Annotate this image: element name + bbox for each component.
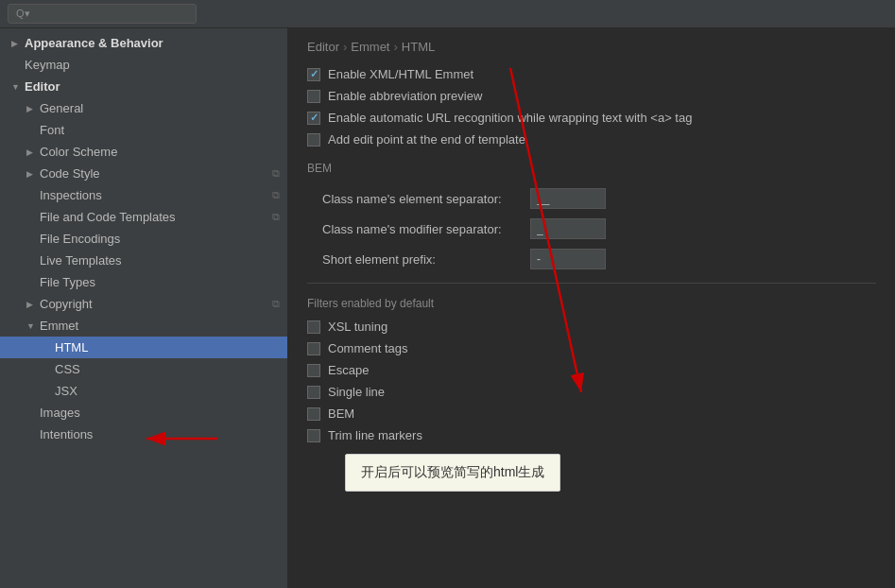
sidebar: Appearance & BehaviorKeymapEditorGeneral…	[0, 28, 288, 588]
sidebar-item-intentions[interactable]: Intentions	[0, 424, 287, 445]
sidebar-label-livetemplates: Live Templates	[40, 253, 121, 268]
sidebar-item-images[interactable]: Images	[0, 402, 287, 424]
sidebar-item-codestyle[interactable]: Code Style⧉	[0, 163, 287, 184]
filter-checkbox-bem[interactable]	[307, 407, 320, 421]
filters-label: Filters enabled by default	[307, 297, 876, 310]
option-label-enable-url: Enable automatic URL recognition while w…	[328, 111, 692, 125]
filter-checkbox-xsl-tuning[interactable]	[307, 320, 320, 334]
field-row-element-sep: Class name's element separator:	[307, 188, 876, 209]
breadcrumb-html: HTML	[402, 40, 435, 54]
filter-checkbox-single-line[interactable]	[307, 386, 320, 399]
content-panel: Editor › Emmet › HTML Enable XML/HTML Em…	[288, 28, 895, 588]
checkbox-enable-abbr[interactable]	[307, 90, 320, 103]
sidebar-item-emmet[interactable]: Emmet	[0, 315, 287, 337]
sidebar-label-html: HTML	[55, 340, 88, 355]
filter-row-xsl-tuning: XSL tuning	[307, 320, 876, 334]
filter-label-single-line: Single line	[328, 385, 385, 399]
sidebar-item-general[interactable]: General	[0, 97, 287, 119]
breadcrumb-editor: Editor	[307, 40, 339, 54]
filter-checkbox-comment-tags[interactable]	[307, 342, 320, 355]
sidebar-label-emmet: Emmet	[40, 319, 78, 333]
filter-label-comment-tags: Comment tags	[328, 341, 408, 355]
sidebar-item-jsx[interactable]: JSX	[0, 380, 287, 402]
breadcrumb-sep-2: ›	[393, 40, 397, 54]
sidebar-label-keymap: Keymap	[25, 58, 70, 72]
callout: 开启后可以预览简写的html生成	[345, 454, 560, 492]
field-label-element-sep: Class name's element separator:	[322, 192, 530, 206]
sidebar-item-font[interactable]: Font	[0, 119, 287, 141]
sidebar-item-fileandcode[interactable]: File and Code Templates⧉	[0, 206, 287, 228]
field-input-modifier-sep[interactable]	[530, 218, 606, 239]
sidebar-item-keymap[interactable]: Keymap	[0, 54, 287, 76]
copy-icon-copyright: ⧉	[272, 298, 280, 310]
field-row-short-prefix: Short element prefix:	[307, 249, 876, 269]
sidebar-label-appearance: Appearance & Behavior	[25, 36, 164, 50]
filter-checkbox-escape[interactable]	[307, 364, 320, 377]
sidebar-item-livetemplates[interactable]: Live Templates	[0, 250, 287, 271]
sidebar-label-copyright: Copyright	[40, 297, 93, 311]
sidebar-label-fileencodings: File Encodings	[40, 232, 120, 246]
sidebar-label-codestyle: Code Style	[40, 166, 100, 181]
sidebar-label-filetypes: File Types	[40, 275, 95, 289]
triangle-colorscheme	[26, 147, 36, 157]
sidebar-item-html[interactable]: HTML	[0, 337, 287, 358]
filter-label-escape: Escape	[328, 363, 369, 377]
sidebar-label-jsx: JSX	[55, 384, 77, 398]
field-input-element-sep[interactable]	[530, 188, 606, 209]
checkbox-enable-xml[interactable]	[307, 68, 320, 81]
triangle-editor	[11, 82, 21, 92]
filter-row-bem: BEM	[307, 406, 876, 421]
sidebar-item-appearance[interactable]: Appearance & Behavior	[0, 32, 287, 54]
field-label-short-prefix: Short element prefix:	[322, 252, 530, 267]
sidebar-item-editor[interactable]: Editor	[0, 76, 287, 97]
filter-row-comment-tags: Comment tags	[307, 341, 876, 355]
filter-row-escape: Escape	[307, 363, 876, 377]
option-row-enable-xml: Enable XML/HTML Emmet	[307, 67, 876, 81]
divider	[307, 283, 876, 284]
sidebar-label-css: CSS	[55, 362, 80, 376]
checkbox-add-edit[interactable]	[307, 133, 320, 147]
search-box[interactable]: Q▾	[8, 4, 197, 24]
sidebar-label-editor: Editor	[25, 79, 60, 94]
option-label-enable-xml: Enable XML/HTML Emmet	[328, 67, 473, 81]
sidebar-item-colorscheme[interactable]: Color Scheme	[0, 141, 287, 163]
triangle-emmet	[26, 321, 36, 331]
bem-fields-container: Class name's element separator:Class nam…	[307, 188, 876, 269]
sidebar-label-general: General	[40, 101, 83, 115]
option-row-enable-abbr: Enable abbreviation preview	[307, 89, 876, 103]
sidebar-label-images: Images	[40, 406, 80, 420]
filter-checkbox-trim-line[interactable]	[307, 429, 320, 442]
sidebar-label-colorscheme: Color Scheme	[40, 145, 117, 159]
sidebar-item-copyright[interactable]: Copyright⧉	[0, 293, 287, 315]
field-row-modifier-sep: Class name's modifier separator:	[307, 218, 876, 239]
filter-row-trim-line: Trim line markers	[307, 428, 876, 442]
triangle-general	[26, 104, 36, 113]
sidebar-item-filetypes[interactable]: File Types	[0, 271, 287, 293]
breadcrumb-emmet: Emmet	[351, 40, 389, 54]
sidebar-item-css[interactable]: CSS	[0, 358, 287, 380]
option-row-add-edit: Add edit point at the end of template	[307, 132, 876, 147]
breadcrumb: Editor › Emmet › HTML	[307, 40, 876, 54]
option-row-enable-url: Enable automatic URL recognition while w…	[307, 111, 876, 125]
sidebar-item-inspections[interactable]: Inspections⧉	[0, 184, 287, 206]
filter-row-single-line: Single line	[307, 385, 876, 399]
filters-container: XSL tuningComment tagsEscapeSingle lineB…	[307, 320, 876, 442]
filter-label-bem: BEM	[328, 406, 354, 421]
options-container: Enable XML/HTML EmmetEnable abbreviation…	[307, 67, 876, 147]
search-icon: Q▾	[16, 8, 30, 20]
sidebar-label-inspections: Inspections	[40, 188, 102, 202]
field-label-modifier-sep: Class name's modifier separator:	[322, 222, 530, 236]
copy-icon-fileandcode: ⧉	[272, 211, 280, 223]
checkbox-enable-url[interactable]	[307, 112, 320, 125]
field-input-short-prefix[interactable]	[530, 249, 606, 269]
option-label-enable-abbr: Enable abbreviation preview	[328, 89, 482, 103]
sidebar-item-fileencodings[interactable]: File Encodings	[0, 228, 287, 250]
option-label-add-edit: Add edit point at the end of template	[328, 132, 525, 147]
triangle-codestyle	[26, 169, 36, 179]
callout-wrapper: 开启后可以预览简写的html生成	[307, 450, 876, 492]
bem-section-label: BEM	[307, 162, 876, 179]
breadcrumb-sep-1: ›	[343, 40, 347, 54]
copy-icon-codestyle: ⧉	[272, 167, 280, 180]
sidebar-label-fileandcode: File and Code Templates	[40, 210, 176, 224]
filter-label-xsl-tuning: XSL tuning	[328, 320, 387, 334]
